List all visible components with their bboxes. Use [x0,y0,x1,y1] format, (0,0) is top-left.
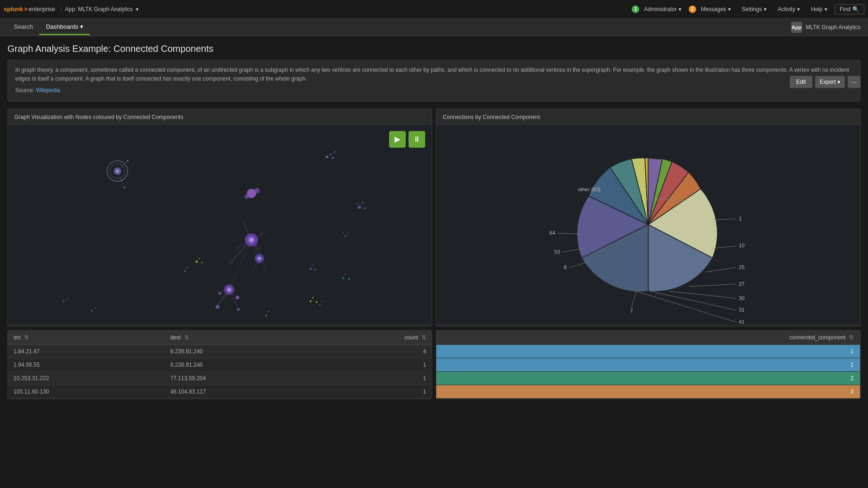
pie-panel-title: Connections by Connected Component [436,109,860,125]
pie-label-64: 64 [549,230,555,235]
cell-src: 1.94.58.55 [8,358,165,371]
col-cc-header[interactable]: connected_component ⇅ [436,331,860,345]
svg-point-19 [357,203,358,204]
table-row: 1.84.21.47 6.236.91.240 4 [8,344,432,358]
pause-icon: ⏸ [413,135,421,144]
graph-panel-title: Graph Visualization with Nodes coloured … [8,109,432,125]
data-table: src ⇅ dest ⇅ count ⇅ [8,331,432,399]
cc-table: connected_component ⇅ 1 1 2 [436,330,861,399]
svg-point-11 [332,157,334,159]
svg-point-80 [268,311,269,312]
pause-button[interactable]: ⏸ [409,131,425,148]
svg-line-96 [632,290,636,308]
app-icon: App [791,22,802,33]
wikipedia-link[interactable]: Wikipedia [36,87,60,94]
admin-chevron-icon: ▾ [679,6,681,13]
nav-search[interactable]: Search [7,19,39,35]
description-box: In graph theory, a component, sometimes … [7,60,861,101]
svg-point-77 [315,301,317,303]
enterprise-text: enterprise [29,6,56,13]
svg-point-57 [236,295,239,299]
svg-point-64 [187,267,188,268]
svg-point-54 [215,305,219,308]
cell-dest: 6.236.91.240 [165,358,322,371]
svg-line-89 [705,267,736,272]
description-text: In graph theory, a component, sometimes … [15,66,853,83]
help-chevron-icon: ▾ [824,6,827,13]
nav-dashboards[interactable]: Dashboards ▾ [39,19,90,35]
svg-point-30 [245,194,249,199]
cell-dest: 6.236.91.240 [165,344,322,358]
col-dest-header[interactable]: dest ⇅ [165,331,322,345]
graph-visualization[interactable] [8,125,432,325]
svg-line-97 [570,263,586,267]
dest-sort-icon: ⇅ [184,334,189,341]
svg-line-91 [670,291,736,298]
messages-button[interactable]: Messages ▾ [697,4,735,14]
messages-badge: 2 [689,6,696,13]
svg-point-56 [218,292,221,294]
svg-line-92 [651,291,736,310]
pie-label-30: 30 [739,295,745,300]
cc-value-cell: 3 [436,385,860,398]
svg-point-83 [348,278,350,280]
col-src-header[interactable]: src ⇅ [8,331,165,345]
pie-label-8: 8 [564,264,566,269]
cell-src: 10.253.31.222 [8,371,165,385]
svg-point-46 [258,257,261,260]
edit-button[interactable]: Edit [790,76,812,88]
messages-chevron-icon: ▾ [728,6,731,13]
cc-value-cell: 1 [436,358,860,371]
svg-point-66 [312,264,314,265]
more-button[interactable]: ··· [848,76,861,88]
find-search-icon: 🔍 [852,6,859,13]
col-count-header[interactable]: count ⇅ [321,331,432,345]
pie-label-other: other (63) [578,187,601,192]
pie-label-10: 10 [739,243,745,248]
splunk-text: splunk [4,6,23,13]
help-button[interactable]: Help ▾ [807,4,831,14]
cc-table-row: 3 [436,385,860,398]
page-actions: Edit Export ▾ ··· [790,76,861,88]
pie-label-27: 27 [739,281,745,286]
play-button[interactable]: ▶ [389,131,406,148]
export-button[interactable]: Export ▾ [815,76,845,88]
pie-panel-body: other (63) 1 10 25 27 30 31 41 [436,125,860,325]
settings-chevron-icon: ▾ [764,6,767,13]
svg-point-7 [127,160,129,162]
panels-row: Graph Visualization with Nodes coloured … [7,109,861,326]
dashboards-chevron-icon: ▾ [80,23,83,30]
svg-point-82 [345,274,346,275]
count-sort-icon: ⇅ [421,334,426,341]
table-row: 10.253.31.222 77.113.59.204 1 [8,371,432,385]
svg-point-55 [237,308,240,311]
svg-point-63 [184,270,186,272]
graph-panel-body: ▶ ⏸ [8,125,432,325]
svg-point-81 [342,277,344,279]
cell-count: 1 [321,371,432,385]
cell-dest: 77.113.59.204 [165,371,322,385]
settings-button[interactable]: Settings ▾ [738,4,770,14]
pie-label-7: 7 [630,308,633,313]
administrator-button[interactable]: Administrator ▾ [640,4,685,14]
sec-nav-app-label: MLTK Graph Analytics [806,24,861,31]
svg-point-69 [63,300,64,302]
src-sort-icon: ⇅ [24,334,29,341]
activity-button[interactable]: Activity ▾ [774,4,804,14]
activity-chevron-icon: ▾ [797,6,800,13]
cc-value-cell: 2 [436,371,860,385]
pie-label-31: 31 [739,307,745,313]
svg-point-70 [66,298,68,300]
cell-count: 1 [321,358,432,371]
app-chevron-icon: ▾ [136,6,138,13]
secondary-nav: Search Dashboards ▾ App MLTK Graph Analy… [0,19,868,36]
cc-sort-icon: ⇅ [849,334,854,341]
pie-panel: Connections by Connected Component [436,109,861,326]
main-data-table: src ⇅ dest ⇅ count ⇅ [7,330,432,399]
cc-table-row: 1 [436,344,860,358]
top-nav: splunk>enterprise App: MLTK Graph Analyt… [0,0,868,19]
cc-table-row: 1 [436,358,860,371]
pie-label-25: 25 [739,264,745,269]
find-button[interactable]: Find 🔍 [835,4,864,14]
cell-count: 4 [321,344,432,358]
